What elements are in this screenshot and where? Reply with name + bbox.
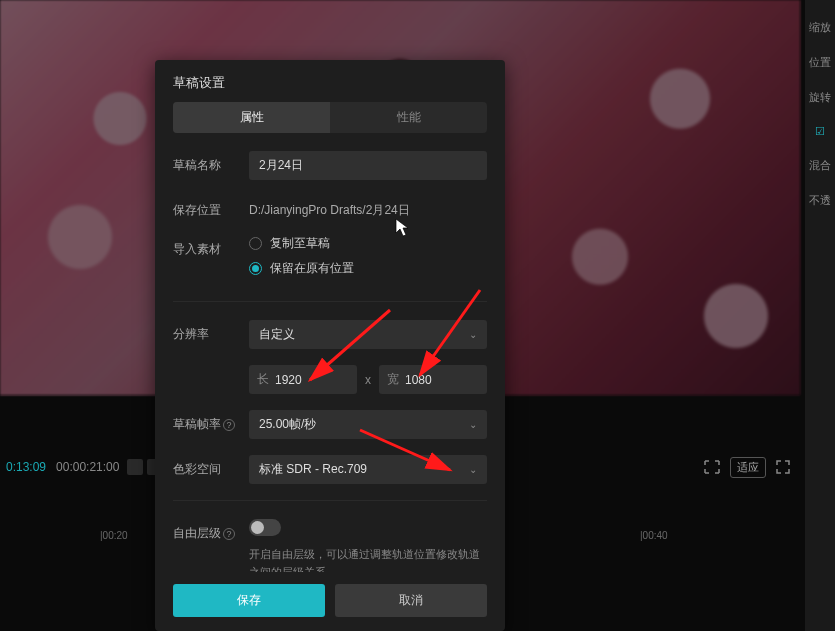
label-fps: 草稿帧率?	[173, 410, 249, 433]
focus-icon[interactable]	[704, 460, 720, 474]
resolution-select[interactable]: 自定义 ⌄	[249, 320, 487, 349]
height-label: 宽	[387, 371, 399, 388]
rp-rotate[interactable]: 旋转	[805, 80, 835, 115]
width-input[interactable]: 长 1920	[249, 365, 357, 394]
chevron-down-icon: ⌄	[469, 464, 477, 475]
freelayer-hint: 开启自由层级，可以通过调整轨道位置修改轨道之间的层级关系。	[249, 546, 487, 572]
divider	[173, 500, 487, 501]
fps-value: 25.00帧/秒	[259, 416, 316, 433]
label-empty	[173, 365, 249, 371]
dialog-footer: 保存 取消	[155, 572, 505, 631]
tab-attributes[interactable]: 属性	[173, 102, 330, 133]
label-resolution: 分辨率	[173, 320, 249, 343]
ruler-tick: |00:40	[640, 530, 668, 541]
rp-checked[interactable]: ☑	[805, 115, 835, 148]
timeline-view-icon-1[interactable]	[127, 459, 143, 475]
save-button[interactable]: 保存	[173, 584, 325, 617]
label-draft-name: 草稿名称	[173, 151, 249, 174]
height-value: 1080	[405, 373, 432, 387]
width-value: 1920	[275, 373, 302, 387]
fps-select[interactable]: 25.00帧/秒 ⌄	[249, 410, 487, 439]
resolution-value: 自定义	[259, 326, 295, 343]
radio-icon	[249, 237, 262, 250]
ruler-tick: |00:20	[100, 530, 128, 541]
radio-copy-to-draft[interactable]: 复制至草稿	[249, 235, 487, 252]
height-input[interactable]: 宽 1080	[379, 365, 487, 394]
chevron-down-icon: ⌄	[469, 329, 477, 340]
timeline-time-total: 00:00:21:00	[56, 460, 119, 474]
radio-label: 保留在原有位置	[270, 260, 354, 277]
label-colorspace: 色彩空间	[173, 455, 249, 478]
tab-performance[interactable]: 性能	[330, 102, 487, 133]
rp-scale[interactable]: 缩放	[805, 10, 835, 45]
chevron-down-icon: ⌄	[469, 419, 477, 430]
draft-settings-dialog: 草稿设置 属性 性能 草稿名称 2月24日 保存位置 D:/JianyingPr…	[155, 60, 505, 631]
freelayer-toggle[interactable]	[249, 519, 281, 536]
fullscreen-icon[interactable]	[776, 460, 790, 474]
label-freelayer: 自由层级?	[173, 519, 249, 542]
rp-position[interactable]: 位置	[805, 45, 835, 80]
help-icon[interactable]: ?	[223, 528, 235, 540]
width-label: 长	[257, 371, 269, 388]
colorspace-value: 标准 SDR - Rec.709	[259, 461, 367, 478]
colorspace-select[interactable]: 标准 SDR - Rec.709 ⌄	[249, 455, 487, 484]
cancel-button[interactable]: 取消	[335, 584, 487, 617]
timeline-time-current: 0:13:09	[6, 460, 46, 474]
dialog-tabs: 属性 性能	[173, 102, 487, 133]
dimension-x: x	[365, 373, 371, 387]
divider	[173, 301, 487, 302]
label-import: 导入素材	[173, 235, 249, 258]
radio-icon-selected	[249, 262, 262, 275]
draft-name-input[interactable]: 2月24日	[249, 151, 487, 180]
right-properties-panel: 缩放 位置 旋转 ☑ 混合 不透	[805, 0, 835, 631]
dialog-body: 草稿名称 2月24日 保存位置 D:/JianyingPro Drafts/2月…	[155, 145, 505, 572]
rp-opacity[interactable]: 不透	[805, 183, 835, 218]
rp-blend[interactable]: 混合	[805, 148, 835, 183]
help-icon[interactable]: ?	[223, 419, 235, 431]
dialog-title: 草稿设置	[155, 60, 505, 102]
radio-label: 复制至草稿	[270, 235, 330, 252]
adapt-button[interactable]: 适应	[730, 457, 766, 478]
label-save-path: 保存位置	[173, 196, 249, 219]
radio-keep-in-place[interactable]: 保留在原有位置	[249, 260, 487, 277]
save-path-text: D:/JianyingPro Drafts/2月24日	[249, 196, 487, 219]
